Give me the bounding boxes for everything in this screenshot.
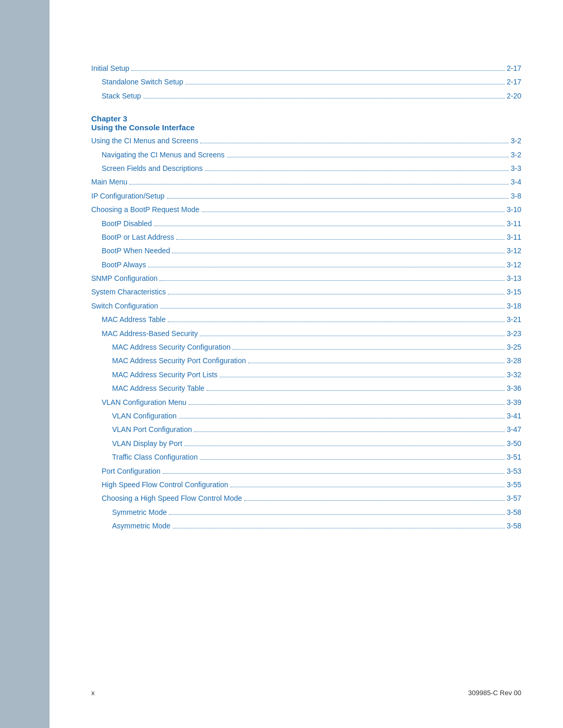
toc-page-port-config: 3-53 [507,465,521,477]
toc-item-traffic-class-config: Traffic Class Configuration3-51 [112,451,521,463]
toc-dots-bootp-when-needed [172,253,505,253]
toc-label-system-chars[interactable]: System Characteristics [91,286,166,298]
toc-page-main-menu: 3-4 [511,176,521,188]
toc-item-using-ci-menus: Using the CI Menus and Screens3-2 [91,135,521,146]
toc-label-mac-address-security-port-config[interactable]: MAC Address Security Port Configuration [112,355,246,366]
toc-dots-high-speed-flow [230,487,505,487]
toc-page-mac-address-security-config: 3-25 [507,341,521,353]
toc-item-main-menu: Main Menu3-4 [91,176,521,188]
toc-page-choosing-high-speed: 3-57 [507,492,521,504]
toc-dots-symmetric-mode [169,514,505,515]
toc-item-vlan-config-menu: VLAN Configuration Menu3-39 [102,397,521,408]
toc-item-vlan-config: VLAN Configuration3-41 [112,410,521,422]
toc-page-asymmetric-mode: 3-58 [507,520,521,532]
toc-dots-screen-fields [205,170,509,171]
toc-page-navigating-ci-menus: 3-2 [511,149,521,161]
toc-label-symmetric-mode[interactable]: Symmetric Mode [112,507,167,518]
toc-page-high-speed-flow: 3-55 [507,479,521,490]
toc-page-vlan-display-port: 3-50 [507,438,521,449]
toc-label-traffic-class-config[interactable]: Traffic Class Configuration [112,451,198,463]
toc-label-asymmetric-mode[interactable]: Asymmetric Mode [112,520,170,532]
toc-label-port-config[interactable]: Port Configuration [102,465,161,477]
toc-label-ip-config[interactable]: IP Configuration/Setup [91,190,165,202]
toc-page-vlan-config: 3-41 [507,410,521,422]
toc-page-mac-address-security-port-config: 3-28 [507,355,521,366]
toc-dots-switch-config [160,308,505,309]
toc-page-bootp-request: 3-10 [507,204,521,215]
toc-item-mac-address-security-port-lists: MAC Address Security Port Lists3-32 [112,369,521,380]
toc-label-bootp-when-needed[interactable]: BootP When Needed [102,245,170,256]
toc-page-vlan-config-menu: 3-39 [507,397,521,408]
toc-page-mac-address-security-port-lists: 3-32 [507,369,521,380]
toc-dots-initial-setup [131,70,505,71]
toc-page-vlan-port-config: 3-47 [507,424,521,435]
page-footer: x 309985-C Rev 00 [50,689,563,697]
toc-label-vlan-display-port[interactable]: VLAN Display by Port [112,438,182,449]
toc-dots-standalone-switch-setup [185,84,505,84]
toc-label-vlan-port-config[interactable]: VLAN Port Configuration [112,424,192,435]
toc-page-snmp-config: 3-13 [507,273,521,284]
toc-item-bootp-last-address: BootP or Last Address3-11 [102,231,521,243]
toc-page-system-chars: 3-15 [507,286,521,298]
toc-label-mac-address-table[interactable]: MAC Address Table [102,314,166,325]
toc-label-mac-address-security-config[interactable]: MAC Address Security Configuration [112,341,230,353]
toc-label-snmp-config[interactable]: SNMP Configuration [91,273,157,284]
toc-item-port-config: Port Configuration3-53 [102,465,521,477]
toc-label-main-menu[interactable]: Main Menu [91,176,127,188]
toc-item-stack-setup: Stack Setup2-20 [102,90,521,102]
toc-dots-snmp-config [160,280,505,281]
toc-label-switch-config[interactable]: Switch Configuration [91,300,158,312]
toc-dots-choosing-high-speed [244,500,505,501]
toc-label-high-speed-flow[interactable]: High Speed Flow Control Configuration [102,479,228,490]
toc-item-vlan-display-port: VLAN Display by Port3-50 [112,438,521,449]
toc-label-initial-setup[interactable]: Initial Setup [91,63,129,74]
toc-page-using-ci-menus: 3-2 [511,135,521,146]
toc-page-ip-config: 3-8 [511,190,521,202]
toc-label-choosing-high-speed[interactable]: Choosing a High Speed Flow Control Mode [102,492,242,504]
toc-item-ip-config: IP Configuration/Setup3-8 [91,190,521,202]
page-content: Initial Setup2-17Standalone Switch Setup… [50,0,563,565]
toc-label-navigating-ci-menus[interactable]: Navigating the CI Menus and Screens [102,149,225,161]
toc-label-standalone-switch-setup[interactable]: Standalone Switch Setup [102,76,183,88]
toc-item-bootp-when-needed: BootP When Needed3-12 [102,245,521,256]
toc-dots-navigating-ci-menus [227,157,509,157]
toc-dots-ip-config [167,198,509,199]
toc-label-mac-address-security[interactable]: MAC Address-Based Security [102,328,198,339]
toc-item-bootp-disabled: BootP Disabled3-11 [102,218,521,229]
toc-dots-mac-address-security-table [206,390,505,391]
toc-dots-bootp-request [202,212,505,212]
toc-label-stack-setup[interactable]: Stack Setup [102,90,141,102]
toc-page-stack-setup: 2-20 [507,90,521,102]
toc-page-bootp-when-needed: 3-12 [507,245,521,256]
toc-label-mac-address-security-port-lists[interactable]: MAC Address Security Port Lists [112,369,217,380]
toc-dots-mac-address-security-port-config [248,363,505,363]
chapter3-toc: Using the CI Menus and Screens3-2Navigat… [91,135,521,532]
toc-item-system-chars: System Characteristics3-15 [91,286,521,298]
toc-label-bootp-request[interactable]: Choosing a BootP Request Mode [91,204,200,215]
footer-doc-ref: 309985-C Rev 00 [468,689,521,697]
toc-label-vlan-config[interactable]: VLAN Configuration [112,410,177,422]
toc-page-standalone-switch-setup: 2-17 [507,76,521,88]
toc-item-mac-address-table: MAC Address Table3-21 [102,314,521,325]
toc-item-screen-fields: Screen Fields and Descriptions3-3 [102,163,521,174]
toc-item-mac-address-security-table: MAC Address Security Table3-36 [112,382,521,394]
toc-item-bootp-request: Choosing a BootP Request Mode3-10 [91,204,521,215]
toc-label-mac-address-security-table[interactable]: MAC Address Security Table [112,382,204,394]
toc-item-navigating-ci-menus: Navigating the CI Menus and Screens3-2 [102,149,521,161]
chapter3-heading: Chapter 3 Using the Console Interface [91,114,521,132]
chapter3-title: Using the Console Interface [91,123,521,132]
toc-dots-system-chars [168,294,505,294]
toc-label-bootp-always[interactable]: BootP Always [102,259,146,270]
toc-label-bootp-disabled[interactable]: BootP Disabled [102,218,152,229]
toc-dots-mac-address-table [168,322,505,322]
toc-dots-stack-setup [143,98,505,98]
sidebar [0,0,50,728]
toc-page-bootp-always: 3-12 [507,259,521,270]
toc-page-mac-address-security: 3-23 [507,328,521,339]
toc-label-vlan-config-menu[interactable]: VLAN Configuration Menu [102,397,187,408]
toc-label-bootp-last-address[interactable]: BootP or Last Address [102,231,174,243]
toc-label-screen-fields[interactable]: Screen Fields and Descriptions [102,163,203,174]
chapter3-label: Chapter 3 [91,114,521,123]
toc-label-using-ci-menus[interactable]: Using the CI Menus and Screens [91,135,198,146]
toc-dots-mac-address-security-port-lists [219,377,505,377]
